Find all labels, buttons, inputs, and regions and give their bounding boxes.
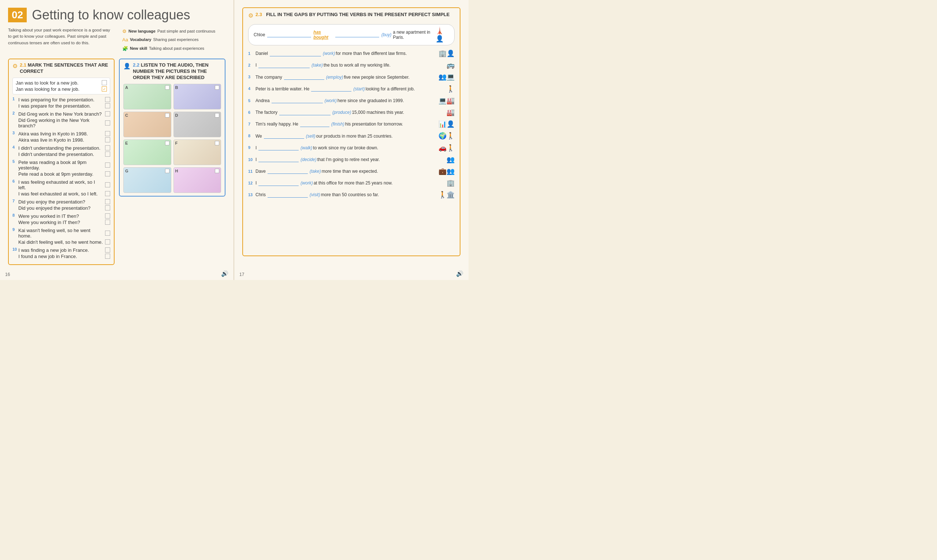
- checkbox-7-1[interactable]: [105, 205, 110, 211]
- gap-input-10[interactable]: [258, 157, 298, 162]
- gap-input-4[interactable]: [311, 86, 351, 91]
- sentence-num-7: 7: [12, 199, 17, 211]
- gap-subject-4: Peter is a terrible waiter. He: [255, 86, 309, 92]
- section-21-col: ⚙ 2.1 MARK THE SENTENCES THAT ARE CORREC…: [8, 58, 115, 269]
- gap-subject-8: We: [255, 133, 262, 140]
- sentence-item-2-0: Did Greg work in the New York branch?: [18, 111, 110, 117]
- gap-row-num-13: 13: [248, 192, 253, 198]
- checkbox-6-1[interactable]: [105, 191, 110, 196]
- checkbox-6-0[interactable]: [105, 182, 110, 188]
- sentence-item-6-0: I was feeling exhausted at work, so I le…: [18, 179, 110, 191]
- checkbox-4-0[interactable]: [105, 145, 110, 151]
- picture-checkbox-b[interactable]: [215, 85, 219, 90]
- gap-input-11[interactable]: [268, 169, 308, 174]
- sentence-text-4-1: I didn't understand the presentation.: [18, 152, 103, 157]
- picture-checkbox-f[interactable]: [215, 141, 219, 145]
- gap-row-1: 1 Daniel (work) for more than five diffe…: [248, 49, 455, 58]
- picture-checkbox-d[interactable]: [215, 113, 219, 117]
- picture-checkbox-c[interactable]: [165, 113, 169, 117]
- checkbox-1-0[interactable]: [105, 97, 110, 102]
- gap-illus-1: 🏢👤: [438, 49, 455, 58]
- gap-input-5[interactable]: [272, 98, 323, 103]
- gap-input-3[interactable]: [284, 75, 324, 80]
- checkbox-8-0[interactable]: [105, 213, 110, 218]
- gap-rest-3: five new people since September.: [344, 74, 409, 80]
- section-21-header: ⚙ 2.1 MARK THE SENTENCES THAT ARE CORREC…: [12, 62, 110, 75]
- example-illus: 🗼👤: [435, 27, 449, 43]
- gap-row-num-3: 3: [248, 74, 253, 80]
- gap-input-6[interactable]: [279, 110, 331, 115]
- gap-illus-5: 💻🏭: [438, 96, 455, 105]
- picture-checkbox-g[interactable]: [165, 169, 169, 173]
- gap-input-2[interactable]: [258, 63, 310, 68]
- audio-icon-right[interactable]: 🔊: [456, 270, 463, 277]
- gap-input-13[interactable]: [268, 192, 308, 198]
- gap-verb-5: (work): [325, 98, 337, 104]
- gap-row-num-1: 1: [248, 51, 253, 56]
- intro-text: Talking about your past work experience …: [8, 27, 111, 53]
- sentence-text-9-0: Kai wasn't feeling well, so he went home…: [18, 228, 103, 238]
- gap-verb-10: (decide): [300, 157, 316, 163]
- label-vocabulary: Aa Vocabulary Sharing past experiences: [122, 35, 225, 44]
- checkbox-4-1[interactable]: [105, 152, 110, 157]
- sentence-group-10: 10 I was finding a new job in France. I …: [12, 247, 110, 260]
- checkbox-2-1[interactable]: [105, 120, 110, 126]
- gap-row-num-10: 10: [248, 157, 253, 163]
- example-checkbox-2[interactable]: ✓: [102, 86, 107, 91]
- sentence-item-1-0: I was preparing for the presentation.: [18, 97, 110, 103]
- example-answer-filled: has bought: [313, 30, 333, 40]
- picture-checkbox-a[interactable]: [165, 85, 169, 90]
- example-checkbox-1[interactable]: [102, 80, 107, 85]
- sentence-text-8-1: Were you working in IT then?: [18, 220, 103, 225]
- gap-verb-1: (work): [323, 51, 335, 57]
- gap-subject-6: The factory: [255, 109, 277, 115]
- sentence-pair-3: Akira was living in Kyoto in 1998. Akira…: [18, 131, 110, 143]
- audio-icon-left[interactable]: 🔊: [221, 270, 228, 277]
- gap-row-num-8: 8: [248, 133, 253, 139]
- sentence-num-8: 8: [12, 213, 17, 225]
- checkbox-5-1[interactable]: [105, 171, 110, 177]
- gap-row-8: 8 We (sell) our products in more than 25…: [248, 131, 455, 140]
- picture-label-c: C: [125, 113, 128, 117]
- checkbox-1-1[interactable]: [105, 103, 110, 108]
- gap-rest-7: his presentation for tomorrow.: [345, 121, 403, 128]
- checkbox-9-0[interactable]: [105, 231, 110, 236]
- checkbox-9-1[interactable]: [105, 239, 110, 245]
- checkbox-3-0[interactable]: [105, 131, 110, 136]
- sentence-text-7-1: Did you enjoyed the presentation?: [18, 205, 103, 211]
- checkbox-2-0[interactable]: [105, 111, 110, 116]
- sentence-group-1: 1 I was preparing for the presentation. …: [12, 97, 110, 109]
- sentence-item-3-1: Akira was live in Kyoto in 1998.: [18, 137, 110, 143]
- sentence-group-4: 4 I didn't understanding the presentatio…: [12, 145, 110, 157]
- sentence-item-8-0: Were you worked in IT then?: [18, 213, 110, 219]
- gap-row-6: 6 The factory (produce) 15,000 machines …: [248, 108, 455, 117]
- gap-input-1[interactable]: [270, 51, 321, 56]
- gap-input-12[interactable]: [258, 181, 298, 186]
- sentence-num-5: 5: [12, 159, 17, 177]
- picture-checkbox-e[interactable]: [165, 141, 169, 145]
- gap-row-2: 2 I (take) the bus to work all my workin…: [248, 61, 455, 70]
- checkbox-7-0[interactable]: [105, 199, 110, 204]
- gap-row-7: 7 Tim's really happy. He (finish) his pr…: [248, 120, 455, 129]
- checkbox-3-1[interactable]: [105, 137, 110, 142]
- checkbox-10-1[interactable]: [105, 254, 110, 259]
- gap-input-8[interactable]: [264, 134, 304, 139]
- sentence-text-9-1: Kai didn't feeling well, so he went home…: [18, 239, 103, 245]
- checkbox-8-1[interactable]: [105, 220, 110, 225]
- sentence-num-2: 2: [12, 111, 17, 129]
- gap-rest-6: 15,000 machines this year.: [352, 109, 404, 115]
- sentence-item-10-0: I was finding a new job in France.: [18, 247, 110, 253]
- section-22-num: 2.2: [133, 62, 140, 68]
- gap-input-7[interactable]: [300, 122, 329, 127]
- checkbox-5-0[interactable]: [105, 163, 110, 168]
- gap-rest-4: looking for a different job.: [366, 86, 415, 92]
- sentence-item-4-1: I didn't understand the presentation.: [18, 151, 110, 157]
- vocabulary-text: Sharing past experiences: [153, 36, 198, 43]
- puzzle-icon: 🧩: [122, 44, 128, 53]
- sentence-items-container: 1 I was preparing for the presentation. …: [12, 97, 110, 260]
- checkbox-10-0[interactable]: [105, 248, 110, 252]
- gap-input-9[interactable]: [258, 145, 298, 151]
- gap-rest-10: that I'm going to retire next year.: [317, 157, 380, 163]
- picture-checkbox-h[interactable]: [215, 169, 219, 173]
- gap-row-num-6: 6: [248, 110, 253, 115]
